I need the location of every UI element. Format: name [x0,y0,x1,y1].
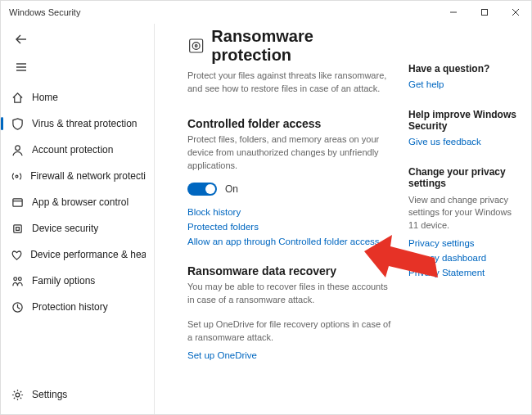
controlled-folder-section: Controlled folder access Protect files, … [187,117,392,246]
svg-rect-10 [12,198,21,205]
sidebar-item-label: Device security [32,223,98,234]
heart-icon [9,249,24,261]
nav-list: Home Virus & threat protection Account p… [1,84,154,377]
sidebar-item-label: Account protection [32,144,113,156]
controlled-folder-toggle[interactable] [187,183,217,196]
sidebar-item-label: Protection history [32,301,108,313]
sidebar-item-label: Firewall & network protection [30,170,146,182]
toggle-state-label: On [225,183,238,195]
link-protected-folders[interactable]: Protected folders [187,222,392,232]
sidebar-item-family[interactable]: Family options [1,268,154,294]
sidebar-item-device-security[interactable]: Device security [1,215,154,241]
svg-point-19 [192,43,200,50]
history-icon [9,301,25,314]
svg-point-15 [18,277,21,280]
sidebar-item-settings[interactable]: Settings [9,381,146,408]
link-privacy-settings[interactable]: Privacy settings [408,238,523,248]
gear-icon [9,389,25,401]
sidebar-item-account[interactable]: Account protection [1,137,154,163]
home-icon [9,92,25,104]
svg-rect-13 [16,227,19,230]
maximize-button[interactable] [469,1,500,24]
shield-icon [9,118,25,130]
svg-rect-12 [13,224,20,232]
sidebar-item-label: App & browser control [32,196,128,208]
sidebar-item-firewall[interactable]: Firewall & network protection [1,163,154,189]
close-button[interactable] [500,1,531,24]
titlebar: Windows Security [1,1,531,24]
svg-point-8 [15,145,20,150]
svg-point-17 [16,393,20,397]
sidebar-item-label: Virus & threat protection [32,118,138,129]
section-heading: Controlled folder access [187,117,392,130]
link-feedback[interactable]: Give us feedback [408,137,523,147]
main-content: Ransomware protection Protect your files… [155,24,531,415]
svg-rect-1 [482,10,488,16]
link-privacy-statement[interactable]: Privacy Statement [408,268,523,277]
svg-rect-18 [190,39,203,52]
link-setup-onedrive[interactable]: Set up OneDrive [187,350,392,360]
aside-question-heading: Have a question? [408,63,523,74]
sidebar-item-home[interactable]: Home [1,84,154,111]
sidebar-item-history[interactable]: Protection history [1,294,154,320]
svg-point-9 [16,175,18,178]
onedrive-note: Set up OneDrive for file recovery option… [187,318,392,345]
page-title: Ransomware protection [211,27,392,65]
link-allow-app[interactable]: Allow an app through Controlled folder a… [187,237,392,246]
link-block-history[interactable]: Block history [187,207,392,217]
svg-point-20 [195,45,197,47]
section-desc: Protect files, folders, and memory areas… [187,133,392,173]
page-subtitle: Protect your files against threats like … [187,70,392,96]
chip-icon [9,223,25,235]
sidebar-item-performance[interactable]: Device performance & health [1,241,154,268]
window-title: Windows Security [9,7,438,17]
section-desc: You may be able to recover files in thes… [187,281,392,307]
aside-improve-heading: Help improve Windows Security [408,109,523,132]
section-heading: Ransomware data recovery [187,264,392,277]
link-privacy-dashboard[interactable]: Privacy dashboard [408,253,523,263]
sidebar-item-virus[interactable]: Virus & threat protection [1,111,154,137]
link-get-help[interactable]: Get help [408,79,523,89]
back-button[interactable] [9,27,34,52]
settings-label: Settings [32,389,67,400]
ransomware-recovery-section: Ransomware data recovery You may be able… [187,264,392,361]
window-buttons [438,1,531,24]
nav-menu-button[interactable] [9,55,34,79]
svg-point-14 [13,277,16,280]
family-icon [9,275,25,287]
aside-privacy-heading: Change your privacy settings [408,166,523,189]
person-icon [9,144,25,156]
antenna-icon [9,170,24,183]
ransomware-icon [187,37,205,55]
page-header: Ransomware protection [187,27,392,65]
sidebar-item-label: Device performance & health [30,249,146,260]
app-icon [9,196,25,209]
sidebar-item-appbrowser[interactable]: App & browser control [1,189,154,215]
sidebar-item-label: Home [32,92,58,103]
aside-column: Have a question? Get help Help improve W… [408,27,523,415]
aside-privacy-desc: View and change privacy settings for you… [408,194,523,232]
minimize-button[interactable] [438,1,469,24]
sidebar-item-label: Family options [32,275,95,286]
sidebar: Home Virus & threat protection Account p… [1,24,155,415]
